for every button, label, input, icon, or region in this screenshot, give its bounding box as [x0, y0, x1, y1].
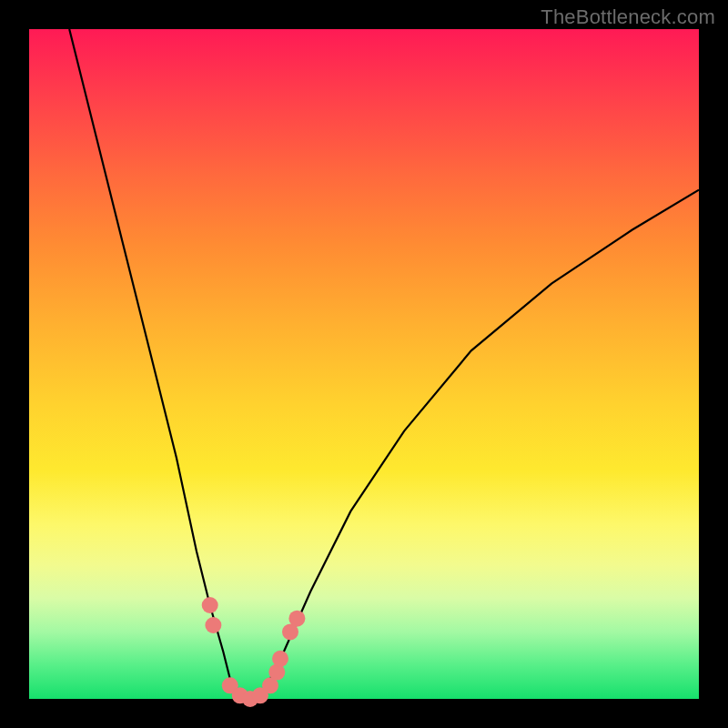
- curve-marker-dot: [288, 611, 305, 627]
- curve-marker-dot: [202, 597, 218, 613]
- watermark-label: TheBottleneck.com: [541, 5, 715, 29]
- chart-outer-frame: TheBottleneck.com: [0, 0, 728, 728]
- chart-svg: [29, 29, 699, 699]
- curve-marker-dot: [205, 617, 221, 633]
- bottleneck-curve-line: [69, 29, 699, 699]
- chart-plot-area: [29, 29, 699, 699]
- curve-marker-dot: [272, 651, 288, 667]
- curve-markers: [202, 597, 306, 707]
